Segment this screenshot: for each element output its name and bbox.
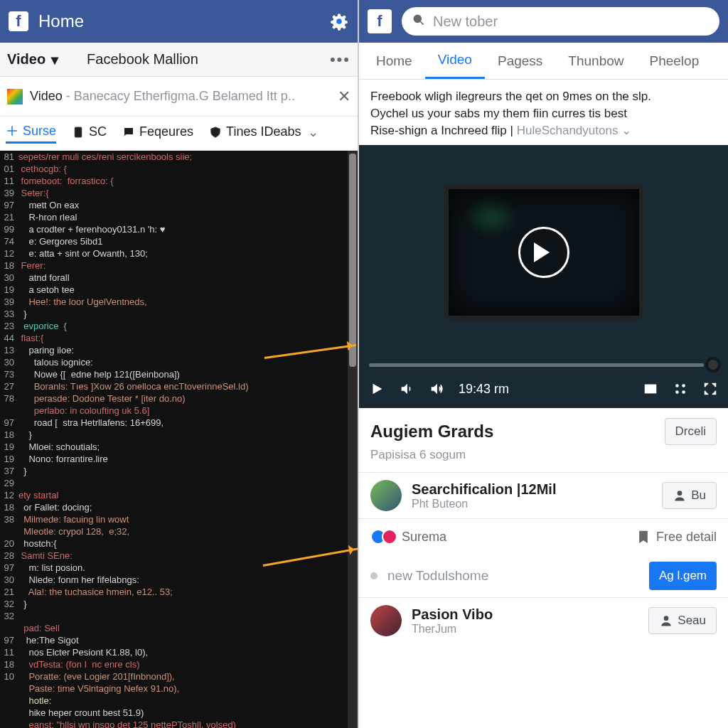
tab-video[interactable]: Video ▾ xyxy=(7,51,58,68)
video-seekbar[interactable] xyxy=(359,360,728,370)
related-info: Searchificalion |12Mil Pht Buteon xyxy=(412,481,652,510)
code-editor[interactable]: 81 01 11 39 97 21 99 74 12 18 30 19 39 3… xyxy=(0,151,358,728)
right-tab-pheelop[interactable]: Pheelop xyxy=(637,43,712,79)
post-line-3a: Rise-shign a Inchreed flip | xyxy=(370,124,517,137)
search-icon xyxy=(412,13,426,30)
left-search-chip[interactable]: Video - Banecacy Etherfigma.G Belamed It… xyxy=(0,77,358,117)
grid-icon[interactable] xyxy=(673,381,688,397)
chevron-down-icon: ⌄ xyxy=(308,124,318,140)
svg-point-3 xyxy=(414,15,421,22)
devtab-surse[interactable]: Surse xyxy=(6,124,56,144)
chip-prefix: Video xyxy=(30,89,63,103)
svg-point-10 xyxy=(664,616,669,621)
left-tabs: Video ▾ Facebook Mallion ••• xyxy=(0,43,358,77)
play-button[interactable] xyxy=(369,381,385,397)
right-content: Freebook wligh ilegreurs the qet on 9mes… xyxy=(359,80,728,728)
chat-icon xyxy=(122,126,135,139)
free-detail-button[interactable]: Free detail xyxy=(636,530,717,545)
post-line-2: Oychel us your sabs my them fiin curres … xyxy=(370,105,717,122)
svg-point-1 xyxy=(336,18,342,24)
chip-suffix: - Banecacy Etherfigma.G Belamed Itt p.. xyxy=(66,89,295,103)
svg-point-6 xyxy=(682,384,685,387)
new-row-label: new Todulshome xyxy=(387,568,488,584)
devtools-panel: f Home Video ▾ Facebook Mallion ••• Vide… xyxy=(0,0,359,728)
user-icon xyxy=(673,488,687,503)
seekbar-knob[interactable] xyxy=(708,360,718,370)
devtools-tabs: Surse SC Feqeures Tines IDeabs ⌄ xyxy=(0,117,358,151)
seekbar-track[interactable] xyxy=(369,363,704,367)
svg-point-5 xyxy=(675,384,679,387)
svg-point-7 xyxy=(675,390,679,394)
right-tab-home[interactable]: Home xyxy=(363,43,425,79)
related-button[interactable]: Seau xyxy=(648,607,717,634)
right-header: f New tober xyxy=(359,0,728,43)
svg-rect-2 xyxy=(75,127,82,137)
source-icon xyxy=(6,124,18,137)
close-icon[interactable]: ✕ xyxy=(338,87,350,106)
play-icon[interactable] xyxy=(518,227,569,278)
related-button[interactable]: Bu xyxy=(662,482,717,509)
chevron-down-icon[interactable]: ⌄ xyxy=(621,124,631,137)
devtab-sc-label: SC xyxy=(89,124,107,139)
facebook-panel: f New tober HomeVideoPagessThunbowPheelo… xyxy=(359,0,728,728)
search-input[interactable]: New tober xyxy=(402,7,719,36)
related-title: Searchificalion |12Mil xyxy=(412,481,652,498)
search-placeholder: New tober xyxy=(433,14,498,30)
status-dot-icon xyxy=(370,572,378,579)
facebook-logo-icon[interactable]: f xyxy=(368,9,392,33)
theater-icon[interactable] xyxy=(643,381,658,397)
devtab-tines-label: Tines IDeabs xyxy=(226,124,301,139)
right-tab-thunbow[interactable]: Thunbow xyxy=(555,43,636,79)
related-info: Pasion Vibo TherJum xyxy=(412,606,638,636)
tab-video-label: Video xyxy=(7,51,46,68)
post-source[interactable]: HuleSchandyutons xyxy=(517,124,619,137)
post-line-3: Rise-shign a Inchreed flip | HuleSchandy… xyxy=(370,122,717,139)
chevron-down-icon: ▾ xyxy=(51,51,58,68)
free-detail-label: Free detail xyxy=(656,530,717,545)
related-item[interactable]: Searchificalion |12Mil Pht Buteon Bu xyxy=(359,472,728,518)
svg-rect-4 xyxy=(646,385,656,393)
device-icon xyxy=(72,126,85,139)
favicon-icon xyxy=(7,89,23,105)
right-tab-video[interactable]: Video xyxy=(425,43,485,79)
reactions-row: Surema Free detail xyxy=(359,518,728,555)
reaction-stack[interactable] xyxy=(370,529,393,545)
volume-icon[interactable] xyxy=(429,381,444,397)
svg-point-8 xyxy=(682,390,685,394)
channel-name[interactable]: Augiem Grards xyxy=(370,422,655,441)
code-scrollbar[interactable] xyxy=(348,151,358,728)
reactions-label[interactable]: Surema xyxy=(402,530,628,545)
user-icon xyxy=(659,614,673,628)
related-item[interactable]: Pasion Vibo TherJum Seau xyxy=(359,597,728,643)
bookmark-icon xyxy=(636,530,651,544)
related-sub: Pht Buteon xyxy=(412,498,652,510)
love-icon xyxy=(382,529,397,545)
scrollbar-thumb[interactable] xyxy=(349,154,356,367)
code-gutter: 81 01 11 39 97 21 99 74 12 18 30 19 39 3… xyxy=(0,151,17,682)
left-header-title[interactable]: Home xyxy=(38,11,329,31)
code-text: sepets/rer muli ces/reni sercikenbools s… xyxy=(18,151,346,728)
tab-facebook-mallion[interactable]: Facebook Mallion xyxy=(87,51,330,68)
devtab-feqeures[interactable]: Feqeures xyxy=(122,124,193,142)
channel-action-label: Drceli xyxy=(675,424,706,439)
devtab-sc[interactable]: SC xyxy=(72,124,107,142)
video-player[interactable]: 19:43 rm xyxy=(359,145,728,408)
video-controls: 19:43 rm xyxy=(359,370,728,408)
facebook-logo-icon[interactable]: f xyxy=(9,11,28,31)
devtab-tines[interactable]: Tines IDeabs ⌄ xyxy=(209,124,318,143)
right-tab-pagess[interactable]: Pagess xyxy=(485,43,555,79)
devtab-surse-label: Surse xyxy=(23,124,56,139)
video-frame[interactable] xyxy=(359,145,728,360)
tabs-more-icon[interactable]: ••• xyxy=(330,50,350,69)
related-sub: TherJum xyxy=(412,623,638,636)
chip-text: Video - Banecacy Etherfigma.G Belamed It… xyxy=(30,89,338,104)
avatar xyxy=(370,480,402,511)
gear-icon[interactable] xyxy=(329,11,349,31)
channel-action-button[interactable]: Drceli xyxy=(665,418,717,445)
left-header: f Home xyxy=(0,0,358,43)
right-tabs: HomeVideoPagessThunbowPheelop xyxy=(359,43,728,80)
related-title: Pasion Vibo xyxy=(412,606,638,623)
volume-icon[interactable] xyxy=(399,381,414,397)
new-row-button[interactable]: Ag l.gem xyxy=(649,562,717,590)
fullscreen-icon[interactable] xyxy=(702,381,718,397)
